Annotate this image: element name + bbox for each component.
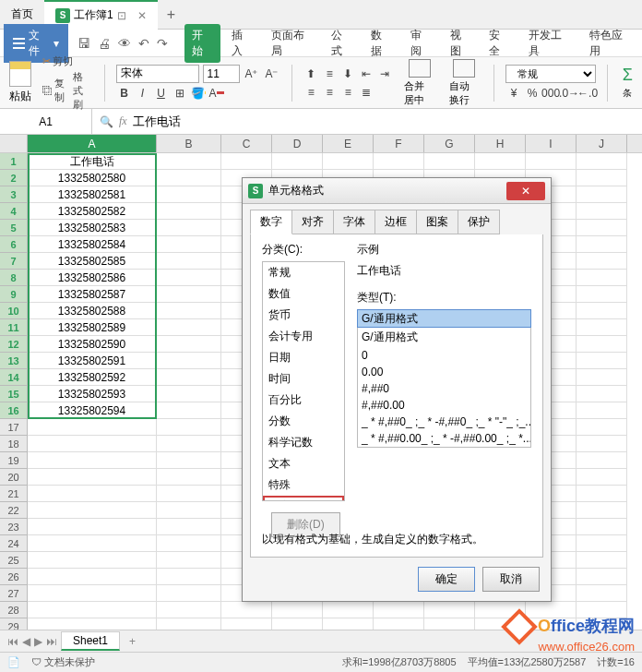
cat-item-custom[interactable]: 自定义: [263, 496, 344, 501]
cell[interactable]: [157, 369, 221, 386]
cell[interactable]: [577, 585, 627, 602]
comma-button[interactable]: 000: [542, 85, 559, 102]
cat-item[interactable]: 科学记数: [263, 432, 344, 453]
dialog-close-button[interactable]: ✕: [506, 182, 545, 200]
formula-input[interactable]: [133, 114, 635, 128]
cell[interactable]: 13325802586: [28, 270, 157, 286]
align-center-button[interactable]: ≡: [321, 84, 338, 101]
autowrap-button[interactable]: 自动换行: [446, 57, 483, 109]
indent-left-button[interactable]: ⇤: [358, 66, 374, 82]
cell[interactable]: 13325802583: [28, 220, 157, 236]
font-color-button[interactable]: A: [208, 85, 225, 102]
dialog-tab-number[interactable]: 数字: [250, 210, 292, 234]
cut-button[interactable]: 剪切: [42, 54, 93, 68]
row-header[interactable]: 1: [0, 153, 28, 170]
ribbon-tab-dev[interactable]: 开发工具: [521, 24, 577, 63]
indent-right-button[interactable]: ⇥: [376, 66, 393, 82]
cell[interactable]: [28, 469, 157, 486]
column-header[interactable]: A: [28, 135, 157, 152]
increase-font-button[interactable]: A⁺: [244, 66, 260, 82]
cell[interactable]: [374, 602, 424, 618]
cat-item[interactable]: 特殊: [263, 474, 344, 496]
cell[interactable]: [157, 153, 221, 170]
cell[interactable]: [272, 602, 323, 618]
cat-item[interactable]: 货币: [263, 305, 344, 326]
cell[interactable]: [28, 436, 157, 452]
cell[interactable]: [577, 203, 627, 220]
cell[interactable]: [272, 153, 323, 170]
sheet-nav[interactable]: ⏮ ◀ ▶ ⏭: [7, 635, 57, 648]
cell[interactable]: [577, 569, 627, 585]
cell[interactable]: [577, 369, 627, 386]
cell[interactable]: [323, 153, 374, 170]
type-item[interactable]: 0.00: [358, 364, 530, 380]
decrease-font-button[interactable]: A⁻: [264, 66, 280, 82]
ribbon-tab-start[interactable]: 开始: [184, 24, 220, 63]
dialog-tab-font[interactable]: 字体: [333, 210, 375, 234]
column-header[interactable]: F: [374, 135, 424, 152]
align-bottom-button[interactable]: ⬇: [339, 66, 356, 82]
row-header[interactable]: 25: [0, 552, 28, 569]
type-item[interactable]: G/通用格式: [358, 328, 530, 347]
cell[interactable]: [157, 502, 221, 519]
cell[interactable]: [577, 186, 627, 203]
cell[interactable]: [157, 270, 221, 286]
cell[interactable]: [577, 236, 627, 253]
select-all-corner[interactable]: [0, 135, 28, 152]
cell[interactable]: 13325802585: [28, 253, 157, 270]
ribbon-tab-formula[interactable]: 公式: [324, 24, 360, 63]
last-sheet-icon[interactable]: ⏭: [46, 635, 57, 648]
cat-item[interactable]: 常规: [263, 262, 344, 283]
cell[interactable]: [323, 602, 374, 618]
cell[interactable]: [157, 419, 221, 436]
border-button[interactable]: ⊞: [172, 85, 188, 102]
type-item[interactable]: _ * #,##0.00_ ;_ * -#,##0.00_ ;_ *...: [358, 430, 530, 447]
cell[interactable]: [221, 602, 272, 618]
cell[interactable]: [157, 436, 221, 452]
row-header[interactable]: 8: [0, 270, 28, 286]
cell[interactable]: [526, 153, 577, 170]
row-header[interactable]: 16: [0, 402, 28, 419]
cell[interactable]: [424, 602, 475, 618]
cell[interactable]: [157, 236, 221, 253]
row-header[interactable]: 24: [0, 535, 28, 552]
cell[interactable]: [577, 436, 627, 452]
cell[interactable]: [577, 270, 627, 286]
dialog-titlebar[interactable]: S 单元格格式 ✕: [243, 178, 551, 204]
column-header[interactable]: J: [577, 135, 627, 152]
cell[interactable]: [577, 220, 627, 236]
cell[interactable]: [577, 353, 627, 369]
protect-status[interactable]: 🛡 文档未保护: [31, 655, 95, 669]
row-header[interactable]: 19: [0, 452, 28, 469]
number-format-select[interactable]: 常规: [505, 65, 596, 83]
column-header[interactable]: G: [424, 135, 475, 152]
cat-item[interactable]: 数值: [263, 283, 344, 305]
column-header[interactable]: C: [221, 135, 272, 152]
bold-button[interactable]: B: [116, 85, 133, 102]
row-header[interactable]: 10: [0, 303, 28, 319]
cell[interactable]: [577, 253, 627, 270]
decimal-inc-button[interactable]: .0→: [561, 85, 577, 102]
merge-center-button[interactable]: 合并居中: [400, 57, 438, 109]
row-header[interactable]: 2: [0, 170, 28, 186]
cell[interactable]: [28, 585, 157, 602]
cat-item[interactable]: 日期: [263, 347, 344, 368]
row-header[interactable]: 14: [0, 369, 28, 386]
cell[interactable]: 13325802589: [28, 319, 157, 336]
cell[interactable]: [577, 469, 627, 486]
cell[interactable]: [157, 353, 221, 369]
row-header[interactable]: 17: [0, 419, 28, 436]
cell[interactable]: [157, 552, 221, 569]
cell[interactable]: 13325802591: [28, 353, 157, 369]
align-top-button[interactable]: ⬆: [303, 66, 319, 82]
row-header[interactable]: 20: [0, 469, 28, 486]
cell[interactable]: [157, 402, 221, 419]
cell[interactable]: [577, 535, 627, 552]
cat-item[interactable]: 会计专用: [263, 326, 344, 347]
cell[interactable]: [577, 402, 627, 419]
type-input[interactable]: [357, 309, 531, 328]
cell[interactable]: 13325802594: [28, 402, 157, 419]
cat-item[interactable]: 百分比: [263, 390, 344, 411]
cell[interactable]: [28, 552, 157, 569]
cell[interactable]: 13325802587: [28, 286, 157, 303]
